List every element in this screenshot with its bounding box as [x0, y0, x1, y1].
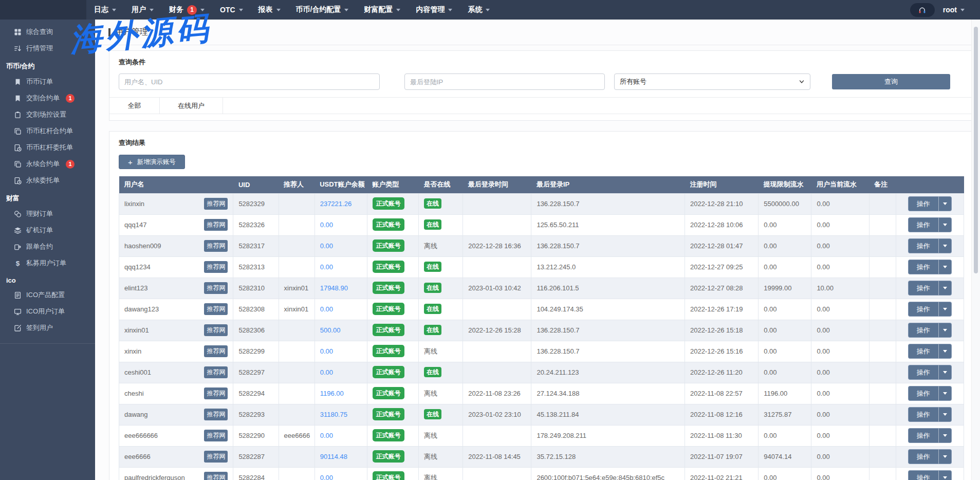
sidebar-item-label: 币币杠杆合约单	[26, 126, 73, 136]
last-login-ip: 20.24.211.123	[531, 362, 685, 383]
referral-badge[interactable]: 推荐网	[204, 345, 228, 357]
balance-link[interactable]: 0.00	[320, 432, 333, 439]
action-dropdown-button[interactable]	[938, 260, 952, 274]
nav-item-otc[interactable]: OTC	[212, 0, 251, 20]
tab-all[interactable]: 全部	[109, 98, 160, 114]
balance-link[interactable]: 500.00	[320, 326, 341, 334]
sidebar-item-perpetual-entrust-orders[interactable]: 永续委托单	[0, 172, 95, 189]
action-button[interactable]: 操作	[908, 281, 938, 296]
sidebar-item-margin-entrust-orders[interactable]: 币币杠杆委托单	[0, 139, 95, 156]
nav-item-reports[interactable]: 报表	[251, 0, 288, 20]
balance-link[interactable]: 0.00	[320, 305, 333, 313]
referral-badge[interactable]: 推荐网	[204, 261, 228, 273]
referral-badge[interactable]: 推荐网	[204, 324, 228, 336]
balance-link[interactable]: 31180.75	[320, 411, 347, 418]
sidebar-item-ico-user-orders[interactable]: ICO用户订单	[0, 303, 95, 320]
referral-badge[interactable]: 推荐网	[204, 240, 228, 252]
action-button[interactable]: 操作	[908, 365, 938, 380]
nav-item-logs[interactable]: 日志	[86, 0, 124, 20]
referral-badge[interactable]: 推荐网	[204, 472, 228, 480]
nav-item-system[interactable]: 系统	[460, 0, 497, 20]
action-button[interactable]: 操作	[908, 323, 938, 338]
referral-badge[interactable]: 推荐网	[204, 409, 228, 420]
referral-badge[interactable]: 推荐网	[204, 219, 228, 231]
search-button[interactable]: 查询	[832, 74, 950, 89]
action-button[interactable]: 操作	[908, 386, 938, 401]
balance-link[interactable]: 237221.26	[320, 200, 352, 208]
sidebar-item-coin-orders[interactable]: 币币订单	[0, 73, 95, 90]
action-dropdown-button[interactable]	[938, 386, 952, 401]
tab-online-users[interactable]: 在线用户	[160, 98, 223, 114]
sidebar-item-finance-orders[interactable]: 理财订单	[0, 206, 95, 222]
username-uid-input[interactable]	[119, 73, 380, 90]
action-button[interactable]: 操作	[908, 407, 938, 422]
nav-item-label: 财务	[169, 5, 183, 14]
action-button[interactable]: 操作	[908, 260, 938, 274]
balance-link[interactable]: 0.00	[320, 368, 333, 376]
action-dropdown-button[interactable]	[938, 449, 952, 464]
action-dropdown-button[interactable]	[938, 344, 952, 359]
sidebar-item-checkin-users[interactable]: 签到用户	[0, 320, 95, 336]
action-dropdown-button[interactable]	[938, 470, 952, 480]
scrollbar[interactable]	[971, 20, 980, 480]
balance-link[interactable]: 1196.00	[320, 390, 344, 397]
referral-badge[interactable]: 推荐网	[204, 451, 228, 463]
action-button[interactable]: 操作	[908, 344, 938, 359]
username: haoshen009	[124, 242, 161, 250]
action-dropdown-button[interactable]	[938, 365, 952, 380]
sidebar-item-margin-contract-orders[interactable]: 币币杠杆合约单	[0, 123, 95, 139]
sidebar-item-ico-product-config[interactable]: ICO产品配置	[0, 287, 95, 303]
account-type-select[interactable]: 所有账号	[614, 73, 810, 90]
action-dropdown-button[interactable]	[938, 323, 952, 338]
balance-link[interactable]: 17948.90	[320, 284, 348, 292]
action-button[interactable]: 操作	[908, 449, 938, 464]
action-button[interactable]: 操作	[908, 302, 938, 317]
action-button[interactable]: 操作	[908, 238, 938, 253]
balance-link[interactable]: 90114.48	[320, 453, 347, 460]
add-demo-account-button[interactable]: + 新增演示账号	[119, 155, 185, 169]
sidebar-item-miner-orders[interactable]: 矿机订单	[0, 222, 95, 238]
nav-item-content[interactable]: 内容管理	[408, 0, 460, 20]
action-dropdown-button[interactable]	[938, 238, 952, 253]
action-dropdown-button[interactable]	[938, 428, 952, 443]
sidebar-item-copy-trade-contracts[interactable]: 跟单合约	[0, 238, 95, 255]
sidebar-item-delivery-contract-orders[interactable]: 交割合约单1	[0, 90, 95, 106]
nav-item-coin-contract-config[interactable]: 币币/合约配置	[288, 0, 357, 20]
action-button[interactable]: 操作	[908, 428, 938, 443]
nav-item-wealth-config[interactable]: 财富配置	[356, 0, 408, 20]
action-button[interactable]: 操作	[908, 470, 938, 480]
action-dropdown-button[interactable]	[938, 407, 952, 422]
nav-item-finance[interactable]: 财务1	[161, 0, 212, 20]
action-button[interactable]: 操作	[908, 196, 938, 211]
sidebar-divider	[0, 343, 95, 344]
referral-badge[interactable]: 推荐网	[204, 282, 228, 294]
action-dropdown-button[interactable]	[938, 196, 952, 211]
balance-link[interactable]: 0.00	[320, 474, 333, 480]
referral-badge[interactable]: 推荐网	[204, 387, 228, 399]
action-button[interactable]: 操作	[908, 217, 938, 232]
remark	[869, 362, 896, 383]
referral-badge[interactable]: 推荐网	[204, 303, 228, 315]
balance-link[interactable]: 0.00	[320, 242, 333, 250]
sidebar-item-composite-query[interactable]: 综合查询	[0, 24, 95, 40]
action-dropdown-button[interactable]	[938, 281, 952, 296]
action-dropdown-button[interactable]	[938, 217, 952, 232]
headset-icon[interactable]	[910, 3, 935, 17]
copy-icon	[14, 160, 22, 168]
nav-item-users[interactable]: 用户	[124, 0, 161, 20]
sidebar-item-perpetual-contract-orders[interactable]: 永续合约单1	[0, 156, 95, 172]
referral-badge[interactable]: 推荐网	[204, 198, 228, 210]
referral-badge[interactable]: 推荐网	[204, 430, 228, 441]
balance-link[interactable]: 0.00	[320, 347, 333, 355]
sidebar-item-market-management[interactable]: 行情管理	[0, 40, 95, 57]
navbar-menu: 日志用户财务1OTC报表币币/合约配置财富配置内容管理系统	[86, 0, 497, 20]
sidebar-item-delivery-control-settings[interactable]: 交割场控设置	[0, 106, 95, 123]
balance-link[interactable]: 0.00	[320, 221, 333, 229]
balance-link[interactable]: 0.00	[320, 263, 333, 271]
user-menu[interactable]: root	[943, 6, 965, 14]
scrollbar-thumb[interactable]	[974, 27, 978, 273]
sidebar-item-private-fund-orders[interactable]: $私募用户订单	[0, 255, 95, 271]
last-login-ip-input[interactable]	[404, 73, 605, 90]
action-dropdown-button[interactable]	[938, 302, 952, 317]
referral-badge[interactable]: 推荐网	[204, 366, 228, 378]
